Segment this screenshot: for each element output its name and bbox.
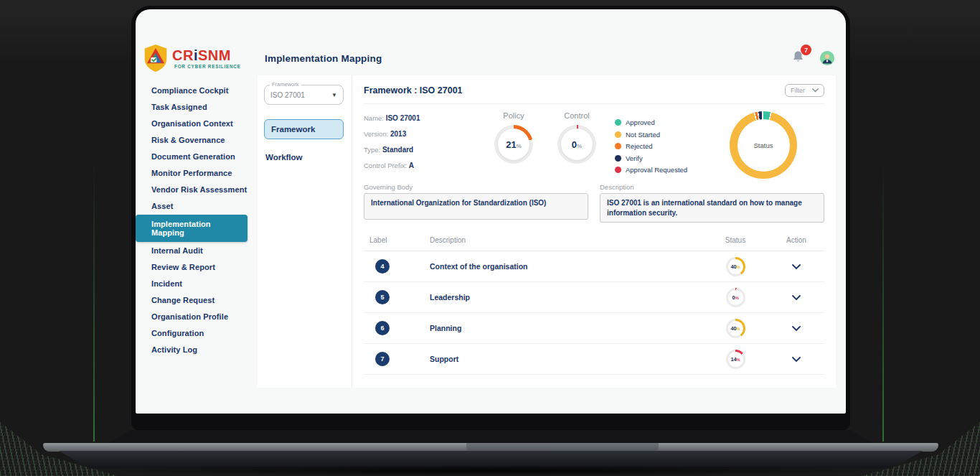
governing-body-field: Governing Body International Organizatio… xyxy=(364,183,588,223)
row-description: Leadership xyxy=(430,293,702,302)
chevron-down-icon xyxy=(792,295,801,301)
row-label-badge: 5 xyxy=(375,290,390,304)
sidebar-item-activity-log[interactable]: Activity Log xyxy=(136,342,258,358)
sidebar-item-change-request[interactable]: Change Request xyxy=(136,292,258,308)
row-description: Planning xyxy=(430,324,702,332)
row-description: Context of the organisation xyxy=(430,262,702,271)
sidebar-item-task-assigned[interactable]: Task Assigned xyxy=(136,99,258,115)
header-label: Label xyxy=(364,236,430,244)
row-status-ring: 40% xyxy=(726,319,745,338)
clauses-table: Label Description Status Action 4 Contex… xyxy=(364,233,824,375)
sidebar-item-compliance-cockpit[interactable]: Compliance Cockpit xyxy=(136,83,258,98)
legend-item-rejected: Rejected xyxy=(615,142,687,150)
meta-type: Type: Standard xyxy=(364,146,484,154)
tab-column: Framework ISO 27001 ▼ Framework Workflow xyxy=(258,75,352,388)
table-row: 7 Support 14% xyxy=(364,344,824,375)
sidebar-nav: Compliance Cockpit Task Assigned Organis… xyxy=(136,75,258,388)
tagline-text: FOR CYBER RESILIENCE xyxy=(174,64,241,69)
tab-framework[interactable]: Framework xyxy=(264,119,344,139)
brand-part-3: SNM xyxy=(198,47,231,63)
brand-logo[interactable]: CRiSNM FOR CYBER RESILIENCE xyxy=(141,43,258,73)
framework-select-label: Framework xyxy=(270,81,301,88)
app-header: CRiSNM FOR CYBER RESILIENCE Implementati… xyxy=(136,9,846,75)
user-avatar-icon xyxy=(820,51,834,65)
sidebar-item-asset[interactable]: Asset xyxy=(136,198,258,214)
tab-workflow[interactable]: Workflow xyxy=(264,146,344,168)
framework-select-value: ISO 27001 xyxy=(270,91,331,99)
framework-details: Name: ISO 27001 Version: 2013 Type: Stan… xyxy=(364,111,824,179)
content-area: Framework : ISO 27001 Filter Name: ISO 2… xyxy=(352,75,836,388)
sidebar-item-implementation-mapping[interactable]: Implementation Mapping xyxy=(136,215,248,242)
sidebar-item-organisation-profile[interactable]: Organisation Profile xyxy=(136,309,258,325)
chevron-down-icon xyxy=(792,357,801,363)
laptop-bezel: CRiSNM FOR CYBER RESILIENCE Implementati… xyxy=(131,6,850,431)
shield-logo-icon xyxy=(143,43,169,73)
notifications-button[interactable]: 7 xyxy=(792,50,804,66)
sidebar-item-incident[interactable]: Incident xyxy=(136,276,258,291)
description-field: Description ISO 27001 is an internationa… xyxy=(600,183,824,223)
control-gauge: Control 0% xyxy=(557,111,596,164)
app-screen: CRiSNM FOR CYBER RESILIENCE Implementati… xyxy=(136,9,846,414)
filter-select-value: Filter xyxy=(791,87,805,94)
sidebar-item-configuration[interactable]: Configuration xyxy=(136,325,258,341)
main-panel: Framework ISO 27001 ▼ Framework Workflow… xyxy=(258,75,836,388)
legend-item-approved: Approved xyxy=(615,118,687,126)
governing-body-value: International Organization for Standardi… xyxy=(364,193,588,220)
row-description: Support xyxy=(430,355,702,363)
expand-row-button[interactable] xyxy=(792,322,801,335)
gauges: Policy 21% Control 0% xyxy=(494,111,596,164)
sidebar-item-internal-audit[interactable]: Internal Audit xyxy=(136,243,258,258)
header-action: Action xyxy=(768,236,824,244)
row-label-badge: 4 xyxy=(375,259,390,274)
brand-tagline: FOR CYBER RESILIENCE xyxy=(172,64,243,69)
expand-row-button[interactable] xyxy=(792,260,801,273)
description-label: Description xyxy=(600,183,824,191)
legend-dot xyxy=(615,167,621,173)
description-value: ISO 27001 is an international standard o… xyxy=(600,193,824,223)
row-label-badge: 7 xyxy=(375,352,390,366)
status-donut-chart: Status xyxy=(730,111,797,179)
sidebar-item-review-report[interactable]: Review & Report xyxy=(136,259,258,275)
filter-select[interactable]: Filter xyxy=(785,84,824,97)
status-legend: Approved Not Started Rejected Verify App… xyxy=(615,111,687,178)
sidebar-item-document-generation[interactable]: Document Generation xyxy=(136,149,258,164)
sidebar-item-risk-governance[interactable]: Risk & Governance xyxy=(136,132,258,148)
meta-control-prefix: Control Prefix: A xyxy=(364,162,484,169)
control-gauge-label: Control xyxy=(557,111,596,120)
framework-meta: Name: ISO 27001 Version: 2013 Type: Stan… xyxy=(364,111,484,177)
glitch-line-right xyxy=(882,162,884,442)
policy-gauge-ring: 21% xyxy=(494,125,533,164)
policy-gauge-label: Policy xyxy=(494,111,533,120)
sidebar-item-monitor-performance[interactable]: Monitor Performance xyxy=(136,165,258,181)
header-description: Description xyxy=(430,236,702,244)
row-label-badge: 6 xyxy=(375,321,390,335)
table-row: 6 Planning 40% xyxy=(364,313,824,344)
laptop-shadow xyxy=(86,465,895,476)
legend-item-approval-requested: Approval Requested xyxy=(615,166,687,174)
sidebar-item-vendor-risk-assessment[interactable]: Vendor Risk Assessment xyxy=(136,182,258,197)
chevron-down-icon xyxy=(792,326,801,332)
sidebar-item-organisation-context[interactable]: Organisation Context xyxy=(136,116,258,131)
brand-name: CRiSNM xyxy=(172,48,243,62)
user-avatar[interactable] xyxy=(820,51,834,65)
status-donut-center: Status xyxy=(738,119,790,172)
expand-row-button[interactable] xyxy=(792,291,801,304)
legend-item-verify: Verify xyxy=(615,154,687,162)
brand-part-1: CR xyxy=(172,47,194,63)
legend-dot xyxy=(615,131,621,138)
row-status-ring: 0% xyxy=(726,288,745,307)
expand-row-button[interactable] xyxy=(792,353,801,365)
control-gauge-ring: 0% xyxy=(557,125,596,164)
chevron-down-icon xyxy=(812,88,819,93)
header-status: Status xyxy=(702,236,768,244)
framework-select[interactable]: Framework ISO 27001 ▼ xyxy=(264,85,344,105)
status-donut-ring: Status xyxy=(730,111,797,179)
framework-fields: Governing Body International Organizatio… xyxy=(364,183,824,223)
meta-name: Name: ISO 27001 xyxy=(364,114,484,122)
policy-gauge: Policy 21% xyxy=(494,111,533,164)
chevron-down-icon xyxy=(792,264,801,270)
governing-body-label: Governing Body xyxy=(364,183,588,191)
laptop-hinge xyxy=(108,430,874,444)
content-title: Framework : ISO 27001 xyxy=(364,85,463,95)
notification-badge: 7 xyxy=(801,45,811,55)
